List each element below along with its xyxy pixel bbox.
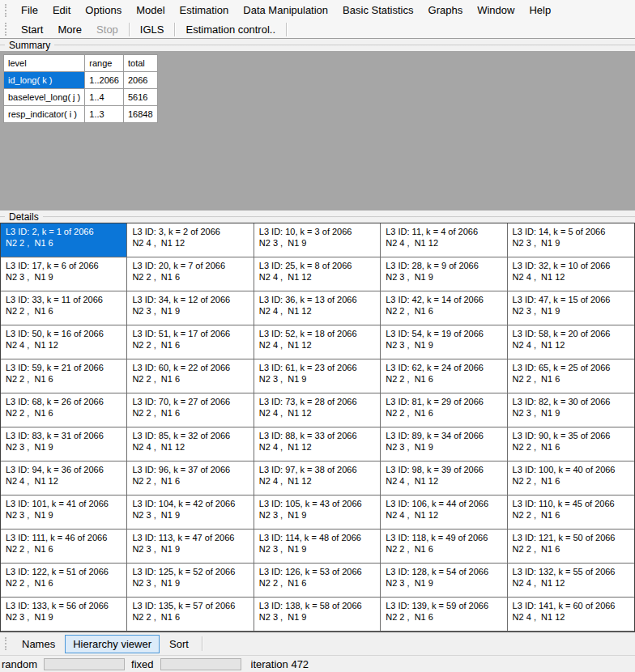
summary-level-cell[interactable]: id_long( k ) xyxy=(4,72,85,89)
hierarchy-cell[interactable]: L3 ID: 60, k = 22 of 2066N2 2 , N1 6 xyxy=(127,359,254,393)
groupbox-line xyxy=(54,45,635,46)
hierarchy-cell[interactable]: L3 ID: 141, k = 60 of 2066N2 4 , N1 12 xyxy=(508,598,634,632)
menu-help[interactable]: Help xyxy=(522,2,558,19)
hierarchy-cell[interactable]: L3 ID: 25, k = 8 of 2066N2 4 , N1 12 xyxy=(254,257,381,291)
hierarchy-cell[interactable]: L3 ID: 133, k = 56 of 2066N2 3 , N1 9 xyxy=(1,598,127,632)
hierarchy-cell[interactable]: L3 ID: 128, k = 54 of 2066N2 3 , N1 9 xyxy=(381,564,507,598)
estimation-control-button[interactable]: Estimation control.. xyxy=(178,21,283,38)
stop-button[interactable]: Stop xyxy=(89,21,126,38)
hierarchy-cell[interactable]: L3 ID: 100, k = 40 of 2066N2 2 , N1 6 xyxy=(508,461,634,495)
hierarchy-cell[interactable]: L3 ID: 58, k = 20 of 2066N2 4 , N1 12 xyxy=(508,325,634,359)
hierarchy-cell[interactable]: L3 ID: 10, k = 3 of 2066N2 3 , N1 9 xyxy=(254,223,381,257)
hierarchy-cell[interactable]: L3 ID: 2, k = 1 of 2066N2 2 , N1 6 xyxy=(1,223,127,257)
menu-graphs[interactable]: Graphs xyxy=(421,2,471,19)
cell-l3-id-line: L3 ID: 104, k = 42 of 2066 xyxy=(132,498,253,509)
hierarchy-cell[interactable]: L3 ID: 104, k = 42 of 2066N2 3 , N1 9 xyxy=(127,495,254,530)
hierarchy-cell[interactable]: L3 ID: 111, k = 46 of 2066N2 2 , N1 6 xyxy=(1,530,127,564)
cell-counts-line: N2 3 , N1 9 xyxy=(386,577,506,589)
hierarchy-cell[interactable]: L3 ID: 65, k = 25 of 2066N2 2 , N1 6 xyxy=(508,359,634,393)
summary-total-cell[interactable]: 2066 xyxy=(123,72,157,89)
menu-edit[interactable]: Edit xyxy=(45,2,78,19)
hierarchy-cell[interactable]: L3 ID: 14, k = 5 of 2066N2 3 , N1 9 xyxy=(508,223,634,257)
cell-counts-line: N2 4 , N1 12 xyxy=(259,407,380,419)
hierarchy-cell[interactable]: L3 ID: 34, k = 12 of 2066N2 3 , N1 9 xyxy=(127,291,254,325)
hierarchy-cell[interactable]: L3 ID: 114, k = 48 of 2066N2 3 , N1 9 xyxy=(254,530,381,564)
hierarchy-cell[interactable]: L3 ID: 81, k = 29 of 2066N2 2 , N1 6 xyxy=(381,393,507,427)
hierarchy-cell[interactable]: L3 ID: 28, k = 9 of 2066N2 3 , N1 9 xyxy=(381,257,507,291)
hierarchy-cell[interactable]: L3 ID: 106, k = 44 of 2066N2 4 , N1 12 xyxy=(381,495,507,530)
hierarchy-cell[interactable]: L3 ID: 32, k = 10 of 2066N2 4 , N1 12 xyxy=(508,257,634,291)
hierarchy-cell[interactable]: L3 ID: 20, k = 7 of 2066N2 2 , N1 6 xyxy=(127,257,254,291)
cell-l3-id-line: L3 ID: 61, k = 23 of 2066 xyxy=(259,362,380,373)
tabstrip-gripper[interactable] xyxy=(5,637,9,650)
hierarchy-cell[interactable]: L3 ID: 85, k = 32 of 2066N2 4 , N1 12 xyxy=(127,427,254,461)
hierarchy-cell[interactable]: L3 ID: 118, k = 49 of 2066N2 2 , N1 6 xyxy=(381,530,507,564)
menu-options[interactable]: Options xyxy=(78,2,129,19)
hierarchy-cell[interactable]: L3 ID: 98, k = 39 of 2066N2 4 , N1 12 xyxy=(381,461,507,495)
hierarchy-cell[interactable]: L3 ID: 101, k = 41 of 2066N2 3 , N1 9 xyxy=(1,495,127,530)
cell-l3-id-line: L3 ID: 51, k = 17 of 2066 xyxy=(132,328,253,339)
cell-l3-id-line: L3 ID: 81, k = 29 of 2066 xyxy=(386,396,506,407)
hierarchy-cell[interactable]: L3 ID: 89, k = 34 of 2066N2 3 , N1 9 xyxy=(381,427,507,461)
menu-window[interactable]: Window xyxy=(470,2,522,19)
hierarchy-cell[interactable]: L3 ID: 61, k = 23 of 2066N2 3 , N1 9 xyxy=(254,359,381,393)
hierarchy-cell[interactable]: L3 ID: 135, k = 57 of 2066N2 2 , N1 6 xyxy=(127,598,254,632)
hierarchy-cell[interactable]: L3 ID: 50, k = 16 of 2066N2 4 , N1 12 xyxy=(1,325,127,359)
hierarchy-cell[interactable]: L3 ID: 110, k = 45 of 2066N2 2 , N1 6 xyxy=(508,495,634,530)
menu-model[interactable]: Model xyxy=(129,2,172,19)
summary-total-cell[interactable]: 16848 xyxy=(123,106,157,123)
hierarchy-cell[interactable]: L3 ID: 47, k = 15 of 2066N2 3 , N1 9 xyxy=(508,291,634,325)
summary-range-cell[interactable]: 1..2066 xyxy=(85,72,124,89)
hierarchy-cell[interactable]: L3 ID: 33, k = 11 of 2066N2 2 , N1 6 xyxy=(1,291,127,325)
hierarchy-cell[interactable]: L3 ID: 68, k = 26 of 2066N2 2 , N1 6 xyxy=(1,393,127,427)
hierarchy-cell[interactable]: L3 ID: 62, k = 24 of 2066N2 2 , N1 6 xyxy=(381,359,507,393)
menu-estimation[interactable]: Estimation xyxy=(173,2,237,19)
hierarchy-cell[interactable]: L3 ID: 96, k = 37 of 2066N2 2 , N1 6 xyxy=(127,461,254,495)
hierarchy-cell[interactable]: L3 ID: 94, k = 36 of 2066N2 4 , N1 12 xyxy=(1,461,127,495)
summary-total-cell[interactable]: 5616 xyxy=(123,89,157,106)
start-button[interactable]: Start xyxy=(14,21,50,38)
summary-level-cell[interactable]: resp_indicator( i ) xyxy=(4,106,85,123)
hierarchy-cell[interactable]: L3 ID: 132, k = 55 of 2066N2 4 , N1 12 xyxy=(508,564,634,598)
hierarchy-cell[interactable]: L3 ID: 51, k = 17 of 2066N2 2 , N1 6 xyxy=(127,325,254,359)
tab-names[interactable]: Names xyxy=(14,635,63,653)
hierarchy-cell[interactable]: L3 ID: 126, k = 53 of 2066N2 2 , N1 6 xyxy=(254,564,381,598)
cell-counts-line: N2 3 , N1 9 xyxy=(6,441,126,453)
toolbar-gripper[interactable] xyxy=(5,23,9,36)
menu-file[interactable]: File xyxy=(14,2,45,19)
hierarchy-cell[interactable]: L3 ID: 90, k = 35 of 2066N2 2 , N1 6 xyxy=(508,427,634,461)
hierarchy-cell[interactable]: L3 ID: 82, k = 30 of 2066N2 3 , N1 9 xyxy=(508,393,634,427)
summary-range-cell[interactable]: 1..3 xyxy=(85,106,124,123)
menu-basic-statistics[interactable]: Basic Statistics xyxy=(335,2,420,19)
hierarchy-cell[interactable]: L3 ID: 17, k = 6 of 2066N2 3 , N1 9 xyxy=(1,257,127,291)
hierarchy-cell[interactable]: L3 ID: 97, k = 38 of 2066N2 4 , N1 12 xyxy=(254,461,381,495)
summary-level-cell[interactable]: baselevel_long( j ) xyxy=(4,89,85,106)
hierarchy-cell[interactable]: L3 ID: 59, k = 21 of 2066N2 2 , N1 6 xyxy=(1,359,127,393)
hierarchy-cell[interactable]: L3 ID: 122, k = 51 of 2066N2 2 , N1 6 xyxy=(1,564,127,598)
hierarchy-cell[interactable]: L3 ID: 125, k = 52 of 2066N2 3 , N1 9 xyxy=(127,564,254,598)
hierarchy-cell[interactable]: L3 ID: 138, k = 58 of 2066N2 3 , N1 9 xyxy=(254,598,381,632)
more-button[interactable]: More xyxy=(50,21,89,38)
cell-counts-line: N2 4 , N1 12 xyxy=(259,305,380,317)
menubar-gripper[interactable] xyxy=(5,4,9,17)
hierarchy-cell[interactable]: L3 ID: 11, k = 4 of 2066N2 4 , N1 12 xyxy=(381,223,507,257)
hierarchy-cell[interactable]: L3 ID: 36, k = 13 of 2066N2 4 , N1 12 xyxy=(254,291,381,325)
hierarchy-cell[interactable]: L3 ID: 121, k = 50 of 2066N2 2 , N1 6 xyxy=(508,530,634,564)
cell-counts-line: N2 2 , N1 6 xyxy=(6,407,126,419)
hierarchy-cell[interactable]: L3 ID: 70, k = 27 of 2066N2 2 , N1 6 xyxy=(127,393,254,427)
hierarchy-cell[interactable]: L3 ID: 139, k = 59 of 2066N2 2 , N1 6 xyxy=(381,598,507,632)
tab-hierarchy-viewer[interactable]: Hierarchy viewer xyxy=(65,635,160,653)
menu-data-manipulation[interactable]: Data Manipulation xyxy=(236,2,335,19)
hierarchy-cell[interactable]: L3 ID: 52, k = 18 of 2066N2 4 , N1 12 xyxy=(254,325,381,359)
hierarchy-cell[interactable]: L3 ID: 113, k = 47 of 2066N2 3 , N1 9 xyxy=(127,530,254,564)
hierarchy-cell[interactable]: L3 ID: 3, k = 2 of 2066N2 4 , N1 12 xyxy=(127,223,254,257)
hierarchy-cell[interactable]: L3 ID: 54, k = 19 of 2066N2 3 , N1 9 xyxy=(381,325,507,359)
hierarchy-cell[interactable]: L3 ID: 83, k = 31 of 2066N2 3 , N1 9 xyxy=(1,427,127,461)
hierarchy-cell[interactable]: L3 ID: 73, k = 28 of 2066N2 4 , N1 12 xyxy=(254,393,381,427)
tab-sort[interactable]: Sort xyxy=(161,635,197,653)
igls-button[interactable]: IGLS xyxy=(133,21,172,38)
hierarchy-cell[interactable]: L3 ID: 88, k = 33 of 2066N2 4 , N1 12 xyxy=(254,427,381,461)
hierarchy-cell[interactable]: L3 ID: 105, k = 43 of 2066N2 3 , N1 9 xyxy=(254,495,381,530)
hierarchy-cell[interactable]: L3 ID: 42, k = 14 of 2066N2 2 , N1 6 xyxy=(381,291,507,325)
summary-range-cell[interactable]: 1..4 xyxy=(85,89,124,106)
